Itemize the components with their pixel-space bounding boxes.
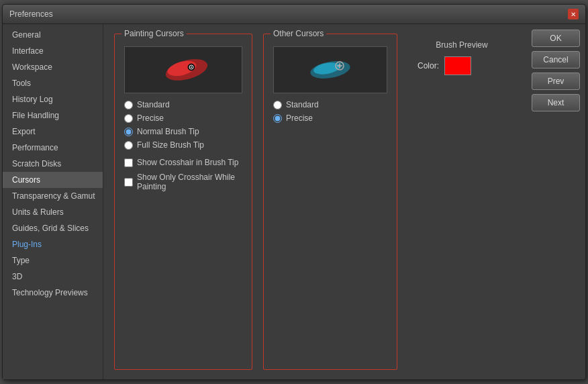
cancel-button[interactable]: Cancel xyxy=(532,51,580,68)
show-crosshair-option[interactable]: Show Crosshair in Brush Tip xyxy=(124,158,242,167)
dialog-content: GeneralInterfaceWorkspaceToolsHistory Lo… xyxy=(3,24,585,379)
painting-standard-option[interactable]: Standard xyxy=(124,100,242,109)
painting-standard-radio[interactable] xyxy=(124,101,133,109)
sidebar-item-workspace[interactable]: Workspace xyxy=(3,59,103,75)
painting-full-size-radio[interactable] xyxy=(124,141,133,150)
show-only-crosshair-option[interactable]: Show Only Crosshair While Painting xyxy=(124,173,242,191)
brush-preview-color-swatch[interactable] xyxy=(444,56,471,75)
sidebar-item-type[interactable]: Type xyxy=(3,252,103,269)
sidebar-item-transparency---gamut[interactable]: Transparency & Gamut xyxy=(3,188,103,204)
sidebar-item-guides,-grid---slices[interactable]: Guides, Grid & Slices xyxy=(3,220,103,236)
painting-normal-brush-option[interactable]: Normal Brush Tip xyxy=(124,127,242,136)
brush-preview-color-row: Color: xyxy=(418,56,506,75)
sidebar-item-plug-ins[interactable]: Plug-Ins xyxy=(3,236,103,252)
painting-precise-radio[interactable] xyxy=(124,114,133,123)
sidebar-item-technology-previews[interactable]: Technology Previews xyxy=(3,285,103,301)
painting-cursor-preview xyxy=(124,46,242,93)
other-standard-option[interactable]: Standard xyxy=(273,100,387,109)
sidebar-item-file-handling[interactable]: File Handling xyxy=(3,107,103,124)
prev-button[interactable]: Prev xyxy=(532,73,580,90)
sidebar-item-performance[interactable]: Performance xyxy=(3,140,103,156)
sidebar-item-interface[interactable]: Interface xyxy=(3,43,103,59)
brush-preview-color-label: Color: xyxy=(418,61,439,70)
other-cursor-preview xyxy=(273,46,387,93)
svg-point-10 xyxy=(338,64,341,67)
show-only-crosshair-checkbox[interactable] xyxy=(124,178,133,187)
show-crosshair-checkbox[interactable] xyxy=(124,158,133,167)
next-button[interactable]: Next xyxy=(532,94,580,111)
painting-full-size-option[interactable]: Full Size Brush Tip xyxy=(124,140,242,150)
preferences-dialog: Preferences ✕ GeneralInterfaceWorkspaceT… xyxy=(2,4,586,380)
close-button[interactable]: ✕ xyxy=(568,9,579,19)
ok-button[interactable]: OK xyxy=(532,30,580,47)
sidebar-item-cursors[interactable]: Cursors xyxy=(3,172,103,188)
title-bar: Preferences ✕ xyxy=(3,5,585,24)
sidebar: GeneralInterfaceWorkspaceToolsHistory Lo… xyxy=(3,24,103,379)
painting-options: Show Crosshair in Brush Tip Show Only Cr… xyxy=(124,155,242,191)
sidebar-item-units---rulers[interactable]: Units & Rulers xyxy=(3,204,103,220)
brush-preview-section: Brush Preview Color: xyxy=(408,34,516,370)
painting-cursors-section: Painting Cursors Standar xyxy=(114,34,252,370)
sections-row: Painting Cursors Standar xyxy=(114,34,516,370)
svg-point-4 xyxy=(191,66,192,68)
sidebar-item-history-log[interactable]: History Log xyxy=(3,91,103,107)
other-cursor-radio-group: Standard Precise xyxy=(273,100,387,123)
painting-normal-brush-radio[interactable] xyxy=(124,128,133,136)
painting-cursors-label: Painting Cursors xyxy=(121,29,187,38)
main-content: Painting Cursors Standar xyxy=(103,24,526,379)
sidebar-item-export[interactable]: Export xyxy=(3,124,103,140)
sidebar-item-3d[interactable]: 3D xyxy=(3,269,103,285)
other-cursors-label: Other Cursors xyxy=(271,29,326,38)
sidebar-item-general[interactable]: General xyxy=(3,27,103,43)
brush-preview-title: Brush Preview xyxy=(418,40,506,50)
sidebar-item-scratch-disks[interactable]: Scratch Disks xyxy=(3,156,103,172)
sidebar-item-tools[interactable]: Tools xyxy=(3,75,103,91)
dialog-title: Preferences xyxy=(9,9,53,19)
other-standard-radio[interactable] xyxy=(273,101,282,109)
painting-precise-option[interactable]: Precise xyxy=(124,113,242,123)
buttons-column: OK Cancel Prev Next xyxy=(526,24,585,379)
other-precise-option[interactable]: Precise xyxy=(273,113,387,123)
other-precise-radio[interactable] xyxy=(273,114,282,123)
painting-cursor-radio-group: Standard Precise Normal Brush Tip F xyxy=(124,100,242,150)
other-cursors-section: Other Cursors xyxy=(263,34,397,370)
